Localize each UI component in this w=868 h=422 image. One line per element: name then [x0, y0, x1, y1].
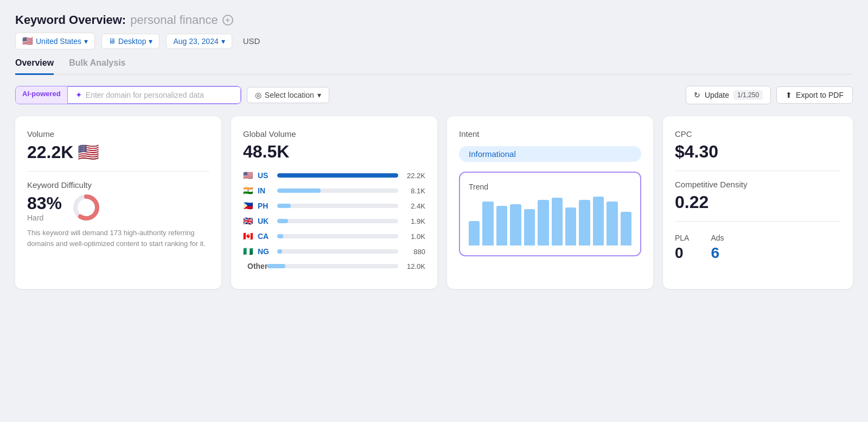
country-rows: 🇺🇸 US 22.2K 🇮🇳 IN 8.1K 🇵🇭 PH 2.4K 🇬🇧 UK …	[243, 171, 425, 270]
global-volume-card: Global Volume 48.5K 🇺🇸 US 22.2K 🇮🇳 IN 8.…	[231, 116, 437, 289]
page-title: Keyword Overview: personal finance +	[15, 13, 853, 27]
country-bar-bg	[277, 173, 398, 178]
country-flag-icon: 🇵🇭	[243, 201, 253, 211]
device-chevron-icon: ▾	[149, 37, 152, 46]
select-location-btn[interactable]: ◎ Select location ▾	[247, 87, 329, 103]
export-label: Export to PDF	[796, 91, 844, 99]
refresh-icon: ↻	[694, 91, 700, 99]
domain-placeholder: Enter domain for personalized data	[86, 91, 204, 99]
location-pin-icon: ◎	[255, 91, 261, 99]
pla-label: PLA	[675, 234, 689, 242]
domain-input[interactable]: ✦ Enter domain for personalized data	[67, 86, 241, 104]
country-flag-icon: 🇳🇬	[243, 247, 253, 256]
trend-bar	[621, 212, 631, 245]
page-header: Keyword Overview: personal finance + 🇺🇸 …	[15, 13, 853, 49]
country-flag-icon: 🇮🇳	[243, 186, 253, 196]
us-flag-small: 🇺🇸	[78, 142, 99, 162]
device-selector[interactable]: 🖥 Desktop ▾	[101, 34, 159, 49]
cpc-value: $4.30	[675, 142, 841, 162]
country-code: IN	[258, 186, 273, 195]
country-row: Other 12.0K	[243, 262, 425, 270]
country-bar-fill	[267, 264, 285, 268]
country-row: 🇵🇭 PH 2.4K	[243, 201, 425, 211]
trend-label: Trend	[469, 182, 631, 191]
date-chevron-icon: ▾	[221, 37, 225, 46]
ads-item: Ads 6	[711, 234, 724, 262]
country-bar-fill	[277, 219, 288, 223]
country-bar-bg	[277, 249, 398, 254]
tab-bulk-analysis[interactable]: Bulk Analysis	[69, 58, 125, 75]
location-chevron-icon: ▾	[317, 91, 321, 99]
tabs-row: Overview Bulk Analysis	[15, 58, 853, 75]
toolbar-row: 🇺🇸 United States ▾ 🖥 Desktop ▾ Aug 23, 2…	[15, 33, 853, 49]
date-label: Aug 23, 2024	[173, 37, 218, 46]
update-count: 1/1,250	[733, 90, 763, 100]
country-bar-fill	[277, 234, 283, 238]
currency-label: USD	[243, 36, 260, 46]
location-label: United States	[36, 37, 81, 46]
country-code: Other	[247, 262, 263, 270]
country-value: 1.9K	[403, 217, 425, 225]
date-selector[interactable]: Aug 23, 2024 ▾	[166, 34, 232, 49]
cd-label: Competitive Density	[675, 180, 841, 189]
add-keyword-icon[interactable]: +	[222, 15, 233, 26]
country-flag-icon: 🇬🇧	[243, 216, 253, 226]
kd-label: Keyword Difficulty	[27, 180, 209, 190]
kd-description: This keyword will demand 173 high-author…	[27, 228, 209, 249]
country-value: 8.1K	[403, 187, 425, 195]
ads-label: Ads	[711, 234, 724, 242]
trend-bar	[593, 197, 604, 245]
kd-value: 83%	[27, 193, 62, 213]
cd-value: 0.22	[675, 192, 841, 212]
location-selector[interactable]: 🇺🇸 United States ▾	[15, 33, 95, 49]
trend-bar	[579, 200, 590, 245]
us-flag-icon: 🇺🇸	[22, 36, 33, 46]
volume-label: Volume	[27, 129, 209, 138]
trend-bar	[524, 209, 535, 246]
search-bar-row: AI-powered ✦ Enter domain for personaliz…	[15, 86, 853, 104]
country-value: 1.0K	[403, 232, 425, 241]
country-bar-bg	[277, 219, 398, 223]
export-icon: ⬆	[786, 91, 792, 99]
country-row: 🇺🇸 US 22.2K	[243, 171, 425, 180]
country-row: 🇳🇬 NG 880	[243, 247, 425, 256]
country-value: 2.4K	[403, 202, 425, 210]
country-bar-bg	[277, 204, 398, 208]
trend-bar	[607, 201, 617, 245]
update-label: Update	[705, 91, 729, 99]
device-label: Desktop	[118, 37, 146, 46]
trend-bar	[496, 206, 507, 245]
country-flag-icon: 🇺🇸	[243, 171, 253, 180]
country-row: 🇬🇧 UK 1.9K	[243, 216, 425, 226]
pla-item: PLA 0	[675, 234, 689, 262]
location-chevron-icon: ▾	[84, 37, 88, 46]
ai-badge: AI-powered	[16, 86, 67, 104]
global-vol-value: 48.5K	[243, 142, 425, 162]
trend-card: Trend	[459, 172, 641, 256]
cpc-label: CPC	[675, 129, 841, 138]
kd-row: 83% Hard	[27, 193, 209, 222]
intent-label: Intent	[459, 129, 641, 138]
pla-ads-row: PLA 0 Ads 6	[675, 234, 841, 262]
ads-value: 6	[711, 244, 724, 262]
intent-trend-card: Intent Informational Trend	[447, 116, 653, 289]
select-location-label: Select location	[265, 91, 314, 99]
trend-bars	[469, 197, 631, 245]
volume-value: 22.2K 🇺🇸	[27, 142, 209, 162]
country-bar-fill	[277, 249, 282, 254]
title-keyword: personal finance	[130, 13, 218, 27]
trend-bar	[469, 221, 480, 245]
country-row: 🇨🇦 CA 1.0K	[243, 231, 425, 241]
update-button[interactable]: ↻ Update 1/1,250	[686, 86, 771, 104]
trend-bar	[565, 207, 576, 245]
country-value: 880	[403, 248, 425, 256]
cpc-cd-card: CPC $4.30 Competitive Density 0.22 PLA 0…	[663, 116, 853, 289]
country-bar-bg	[267, 264, 398, 268]
export-button[interactable]: ⬆ Export to PDF	[776, 86, 853, 104]
country-flag-icon: 🇨🇦	[243, 231, 253, 241]
tab-overview[interactable]: Overview	[15, 58, 54, 75]
country-bar-bg	[277, 188, 398, 193]
volume-kd-card: Volume 22.2K 🇺🇸 Keyword Difficulty 83% H…	[15, 116, 221, 289]
kd-sublabel: Hard	[27, 213, 62, 222]
sparkle-icon: ✦	[75, 90, 82, 100]
